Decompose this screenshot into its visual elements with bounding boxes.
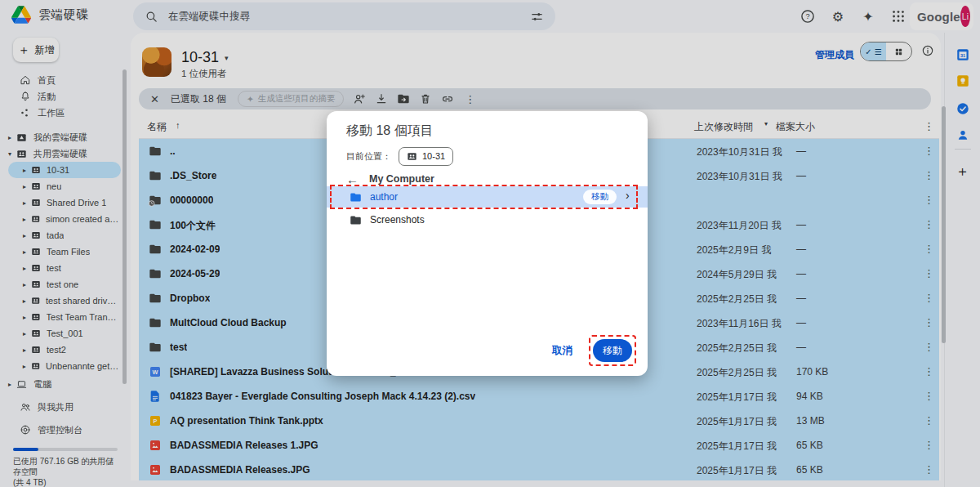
shared-drive-icon: [407, 151, 417, 162]
folder-name: Screenshots: [370, 214, 425, 226]
location-chip-label: 10-31: [422, 151, 445, 161]
cancel-button[interactable]: 取消: [552, 344, 572, 358]
folder-icon: [350, 214, 362, 226]
current-location-chip[interactable]: 10-31: [399, 147, 453, 166]
annotation-highlight-button: 移動: [589, 335, 636, 366]
dialog-title: 移動 18 個項目: [346, 123, 434, 140]
move-items-dialog: 移動 18 個項目 目前位置： 10-31 ← My Computer auth…: [327, 111, 648, 376]
back-location-label: My Computer: [369, 173, 434, 185]
current-location-label: 目前位置：: [346, 150, 391, 163]
row-move-button[interactable]: 移動: [583, 190, 617, 204]
arrow-left-icon[interactable]: ←: [346, 172, 359, 186]
folder-row-author[interactable]: author 移動 ›: [327, 186, 648, 208]
folder-name: author: [370, 191, 398, 203]
folder-row-screenshots[interactable]: Screenshots: [327, 209, 648, 230]
back-navigation[interactable]: ← My Computer: [346, 170, 434, 188]
move-confirm-button[interactable]: 移動: [593, 339, 632, 362]
chevron-right-icon[interactable]: ›: [626, 189, 630, 202]
folder-icon: [350, 191, 362, 203]
